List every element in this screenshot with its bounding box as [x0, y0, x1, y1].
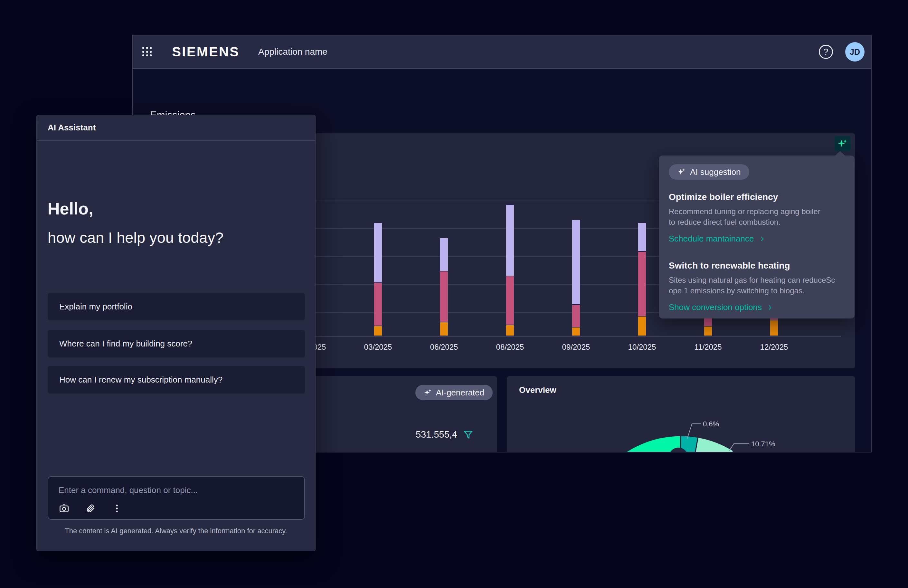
application-name: Application name [258, 47, 327, 57]
sparkle-icon [677, 168, 686, 176]
suggestion-label: Where can I find my building score? [59, 339, 192, 349]
overview-card: Overview 0.6%10.71% [507, 376, 855, 453]
x-axis-label: 03/2025 [364, 343, 392, 352]
ai-generated-badge: AI-generated [415, 385, 493, 400]
app-header: SIEMENS Application name ? JD [133, 35, 871, 69]
ai-assistant-header: AI Assistant [37, 115, 315, 141]
pie-callout-label: 0.6% [703, 420, 719, 428]
x-axis-label: 10/2025 [628, 343, 656, 352]
input-placeholder: Enter a command, question or topic... [59, 485, 294, 495]
suggestion-label: Explain my portfolio [59, 302, 132, 312]
x-axis-label: 06/2025 [430, 343, 458, 352]
bar-segment-segment-middle-rose[interactable] [638, 251, 646, 316]
bar-segment-segment-top-lavender[interactable] [374, 222, 382, 283]
bar-segment-segment-bottom-orange[interactable] [440, 322, 448, 336]
ai-assistant-title: AI Assistant [48, 123, 96, 133]
suggestion-label: How can I renew my subscription manually… [59, 375, 222, 385]
pie-slice-primary[interactable] [581, 436, 681, 453]
suggestion-button-portfolio[interactable]: Explain my portfolio [48, 293, 305, 321]
bar-segment-segment-top-lavender[interactable] [440, 238, 448, 271]
suggestion-title: Switch to renewable heating [669, 261, 845, 271]
greeting: Hello, how can I help you today? [48, 199, 224, 246]
bar-segment-segment-top-lavender[interactable] [506, 205, 514, 276]
bar-segment-segment-top-lavender[interactable] [572, 220, 580, 304]
avatar-initials: JD [850, 47, 860, 57]
bar-segment-segment-top-lavender[interactable] [638, 222, 646, 251]
help-icon[interactable]: ? [819, 45, 833, 59]
link-label: Schedule mantainance [669, 234, 754, 244]
bar-segment-segment-bottom-orange[interactable] [374, 326, 382, 336]
camera-icon[interactable] [59, 503, 69, 514]
pie-callout-label: 10.71% [751, 440, 775, 448]
bar-segment-segment-middle-rose[interactable] [506, 276, 514, 325]
chevron-right-icon [758, 235, 766, 242]
bar-segment-segment-bottom-orange[interactable] [704, 326, 712, 336]
ai-disclaimer: The content is AI generated. Always veri… [37, 527, 315, 535]
overview-pie: 0.6%10.71% [507, 376, 855, 453]
bar-segment-segment-bottom-orange[interactable] [572, 327, 580, 336]
schedule-maintenance-link[interactable]: Schedule mantainance [669, 234, 845, 244]
ai-generated-label: AI-generated [436, 388, 484, 398]
filter-funnel-icon[interactable] [463, 430, 473, 440]
x-axis-label: 08/2025 [496, 343, 524, 352]
avatar[interactable]: JD [845, 42, 865, 61]
suggestion-title: Optimize boiler efficiency [669, 192, 845, 202]
link-label: Show conversion options [669, 302, 762, 313]
ai-suggestion-badge: AI suggestion [669, 164, 749, 180]
ai-suggestion-popover: AI suggestion Optimize boiler efficiency… [659, 156, 855, 319]
bar-segment-segment-middle-rose[interactable] [440, 271, 448, 322]
command-input[interactable]: Enter a command, question or topic... [48, 476, 305, 520]
more-options-icon[interactable] [111, 503, 122, 514]
siemens-logo: SIEMENS [172, 44, 240, 60]
x-axis-label: 12/2025 [760, 343, 788, 352]
sparkle-icon [424, 388, 432, 397]
bar-segment-segment-middle-rose[interactable] [374, 283, 382, 326]
greeting-line: how can I help you today? [48, 229, 224, 246]
bar-segment-segment-bottom-orange[interactable] [770, 320, 778, 336]
metric-value: 531.555,4 [416, 429, 457, 440]
help-glyph: ? [823, 47, 828, 57]
suggestion-button-building-score[interactable]: Where can I find my building score? [48, 330, 305, 358]
x-axis-label: 09/2025 [562, 343, 590, 352]
suggestion-body: Recommend tuning or replacing aging boil… [669, 206, 845, 227]
x-axis-label: 11/2025 [694, 343, 722, 352]
show-conversion-options-link[interactable]: Show conversion options [669, 302, 845, 313]
ai-suggestion-badge-label: AI suggestion [690, 167, 741, 177]
suggestion-body: Sites using natural gas for heating can … [669, 275, 845, 296]
bar-segment-segment-middle-rose[interactable] [572, 304, 580, 327]
bar-segment-segment-bottom-orange[interactable] [506, 325, 514, 336]
greeting-bold: Hello, [48, 199, 224, 218]
suggestion-button-renew-subscription[interactable]: How can I renew my subscription manually… [48, 366, 305, 393]
ai-assistant-panel: AI Assistant Hello, how can I help you t… [36, 115, 316, 551]
bar-segment-segment-bottom-orange[interactable] [638, 316, 646, 336]
attachment-icon[interactable] [85, 503, 96, 514]
popover-caret [835, 151, 845, 156]
app-launcher-icon[interactable] [142, 47, 152, 57]
chevron-right-icon [766, 304, 773, 311]
